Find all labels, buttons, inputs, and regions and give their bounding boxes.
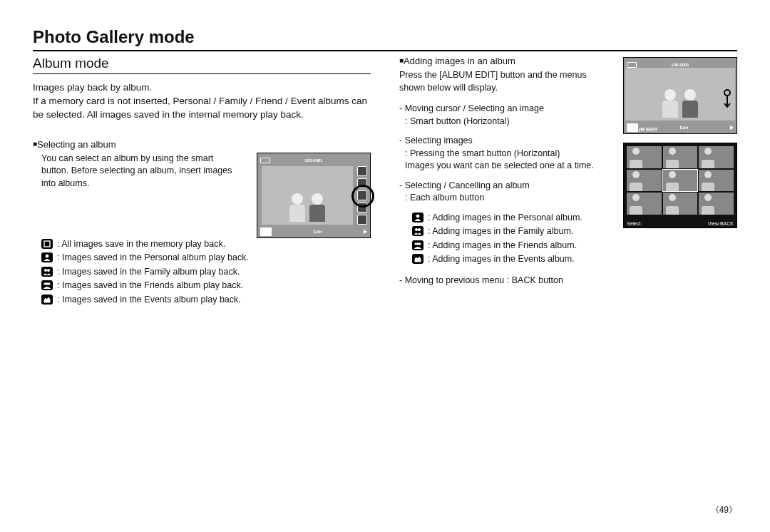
bullet-selecting-album: Selecting an album	[33, 139, 371, 150]
osd-edit-label: Edit	[680, 126, 688, 130]
back-label: View:BACK	[708, 221, 734, 226]
svg-point-11	[417, 242, 419, 245]
svg-point-10	[415, 242, 417, 245]
list-item: : Adding images in the Friends album.	[412, 240, 612, 252]
section-heading: Album mode	[33, 56, 371, 71]
list-text: : Images saved in the Friends album play…	[57, 280, 371, 292]
svg-point-5	[46, 283, 48, 285]
thumbnail-grid	[627, 146, 734, 215]
list-item: : Images saved in the Events album play …	[41, 294, 371, 307]
select-label: Select:	[627, 221, 642, 226]
osd-bottom-bar: Edit	[260, 228, 367, 235]
thumbnail	[627, 170, 662, 192]
photo-preview	[625, 68, 735, 121]
osd-file-number: 100-0001	[671, 63, 689, 67]
friends-album-icon	[41, 280, 53, 290]
svg-point-6	[48, 283, 51, 285]
thumbnail	[699, 170, 734, 192]
down-arrow-icon	[722, 89, 732, 113]
adding-icon-list: : Adding images in the Personal album. :…	[412, 212, 612, 266]
family-album-icon	[412, 226, 423, 236]
list-item: : Images saved in the Family album play …	[41, 266, 371, 279]
list-text: : Images saved in the Events album play …	[57, 294, 371, 307]
bullet-adding-images: Adding images in an album	[399, 56, 612, 66]
battery-icon	[260, 158, 270, 163]
svg-point-12	[419, 242, 421, 245]
osd-file-number: 100-0001	[304, 158, 322, 163]
bullet-text: Selecting an album	[37, 139, 116, 150]
adding-images-intro: Press the [ALBUM EDIT] button and the me…	[399, 69, 612, 94]
dash-item: - Selecting / Cancelling an album : Each…	[399, 180, 612, 205]
dash-item: - Moving cursor / Selecting an image : S…	[399, 103, 612, 128]
side-icon	[357, 215, 367, 225]
thumbnail	[699, 193, 734, 215]
list-text: : Images saved in the Family album play …	[57, 266, 371, 279]
thumbnail-selected	[663, 170, 698, 192]
friends-album-icon	[412, 240, 423, 250]
thumbnail	[627, 193, 662, 215]
play-icon	[730, 126, 734, 130]
intro-text: Images play back by album. If a memory c…	[33, 81, 371, 122]
svg-point-1	[46, 255, 48, 257]
thumbnail	[627, 146, 662, 168]
photo-preview	[262, 166, 353, 225]
svg-point-2	[44, 269, 46, 271]
list-text: : Adding images in the Personal album.	[428, 212, 612, 225]
list-text: : Adding images in the Friends album.	[428, 240, 612, 252]
right-figures: 100-0001 ALBUM	[623, 57, 737, 228]
list-item: : Images saved in the Personal album pla…	[41, 252, 371, 265]
dash-item: - Selecting images : Pressing the smart …	[399, 135, 612, 173]
thumbnail-icon	[627, 123, 638, 132]
dash-line: - Moving to previous menu : BACK button	[399, 275, 612, 287]
album-icon-list: : All images save in the memory play bac…	[41, 238, 371, 307]
highlight-circle	[351, 185, 374, 208]
personal-album-icon	[412, 213, 423, 222]
list-item: : Adding images in the Events album.	[412, 253, 612, 266]
dash-indent: : Each album button	[405, 192, 612, 205]
personal-album-icon	[41, 252, 53, 262]
svg-rect-0	[44, 241, 50, 247]
svg-point-3	[47, 269, 49, 271]
svg-point-13	[724, 90, 730, 96]
dash-item: - Moving to previous menu : BACK button	[399, 275, 612, 287]
dash-indent: Images you want can be selected one at a…	[405, 160, 612, 173]
battery-icon	[627, 62, 637, 68]
page-number: 《49》	[711, 504, 737, 516]
all-images-icon	[41, 239, 53, 249]
osd-top-bar: 100-0001	[260, 156, 367, 165]
family-album-icon	[41, 267, 53, 277]
section-rule	[33, 73, 371, 74]
dash-indent: : Smart button (Horizontal)	[405, 116, 612, 128]
page-title: Photo Gallery mode	[33, 27, 737, 47]
svg-point-8	[415, 228, 417, 230]
svg-point-7	[416, 215, 419, 218]
dash-line: - Moving cursor / Selecting an image	[399, 103, 612, 116]
left-column: Album mode Images play back by album. If…	[33, 56, 371, 314]
svg-point-9	[418, 228, 420, 230]
selecting-album-desc: You can select an album by using the sma…	[41, 153, 240, 190]
camera-screen-figure: 100-0001	[257, 153, 371, 238]
events-album-icon	[41, 295, 53, 305]
svg-point-4	[44, 283, 46, 285]
thumbnail-icon	[260, 227, 272, 236]
bullet-text: Adding images in an album	[404, 56, 515, 66]
osd-bottom-bar2: Edit	[627, 124, 734, 131]
grid-bottom-bar: Select: View:BACK	[627, 221, 734, 226]
title-rule	[33, 50, 737, 51]
thumbnail	[663, 146, 698, 168]
dash-line: - Selecting images	[399, 135, 612, 148]
right-column: Adding images in an album Press the [ALB…	[399, 56, 737, 314]
dash-indent: : Pressing the smart button (Horizontal)	[405, 148, 612, 160]
list-text: : Images saved in the Personal album pla…	[57, 252, 371, 265]
osd-edit-label: Edit	[314, 230, 322, 234]
list-text: : All images save in the memory play bac…	[57, 238, 371, 251]
intro-line1: Images play back by album.	[33, 82, 152, 93]
list-text: : Adding images in the Family album.	[428, 225, 612, 238]
album-edit-figure: 100-0001 ALBUM	[623, 57, 737, 134]
thumbnail-grid-figure: Select: View:BACK	[623, 143, 737, 228]
thumbnail	[699, 146, 734, 168]
intro-line2: If a memory card is not inserted, Person…	[33, 96, 367, 120]
list-item: : Adding images in the Personal album.	[412, 212, 612, 225]
dash-line: - Selecting / Cancelling an album	[399, 180, 612, 193]
list-text: : Adding images in the Events album.	[428, 253, 612, 266]
